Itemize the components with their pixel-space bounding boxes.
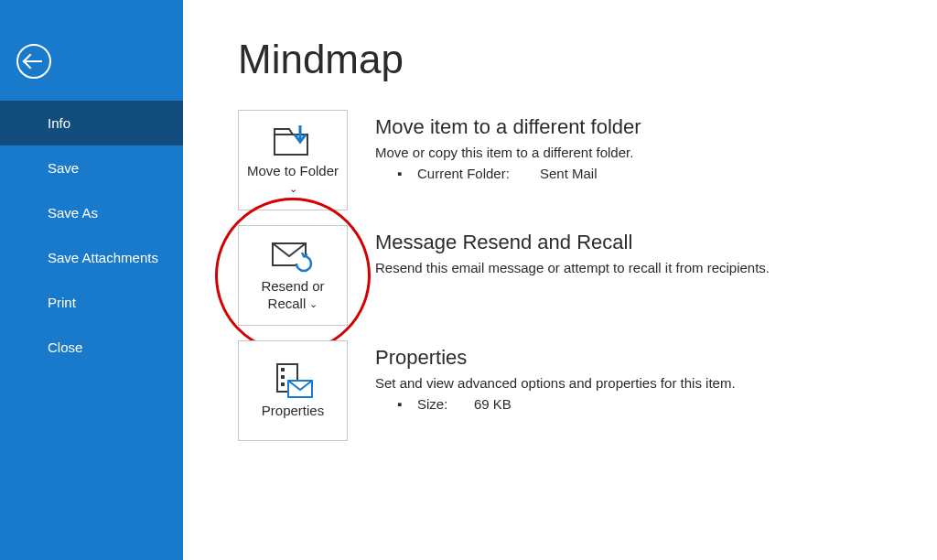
current-folder-row: ▪ Current Folder: Sent Mail <box>375 166 919 181</box>
section-title: Move item to a different folder <box>375 115 919 139</box>
tile-label: Move to Folder ⌄ <box>242 163 343 198</box>
tile-label: Resend or Recall ⌄ <box>242 278 343 313</box>
folder-arrow-icon <box>273 123 313 159</box>
section-desc: Move or copy this item to a different fo… <box>375 145 919 160</box>
nav-item-info[interactable]: Info <box>0 101 183 145</box>
section-title: Properties <box>375 346 919 370</box>
envelope-refresh-icon <box>271 238 315 275</box>
chevron-down-icon: ⌄ <box>309 298 318 309</box>
back-arrow-icon <box>26 60 42 62</box>
nav-list: Info Save Save As Save Attachments Print… <box>0 101 183 370</box>
section-title: Message Resend and Recall <box>375 231 919 254</box>
nav-item-save-attachments[interactable]: Save Attachments <box>0 235 183 280</box>
back-button[interactable] <box>16 44 51 79</box>
properties-icon <box>272 362 314 399</box>
section-properties: Properties Properties Set and view advan… <box>238 340 919 441</box>
backstage-sidebar: Info Save Save As Save Attachments Print… <box>0 0 183 560</box>
resend-recall-button[interactable]: Resend or Recall ⌄ <box>238 225 348 326</box>
tile-label: Properties <box>262 403 324 420</box>
section-resend: Resend or Recall ⌄ Message Resend and Re… <box>238 225 919 326</box>
section-desc: Set and view advanced options and proper… <box>375 375 919 391</box>
move-to-folder-button[interactable]: Move to Folder ⌄ <box>238 110 348 210</box>
chevron-down-icon: ⌄ <box>289 183 297 194</box>
page-title: Mindmap <box>238 37 919 82</box>
svg-rect-7 <box>281 382 285 386</box>
nav-item-save-as[interactable]: Save As <box>0 190 183 235</box>
section-move: Move to Folder ⌄ Move item to a differen… <box>238 110 919 210</box>
size-row: ▪ Size: 69 KB <box>375 396 919 412</box>
section-desc: Resend this email message or attempt to … <box>375 260 919 275</box>
nav-item-close[interactable]: Close <box>0 325 183 370</box>
nav-item-print[interactable]: Print <box>0 280 183 325</box>
svg-rect-5 <box>281 368 285 372</box>
nav-item-save[interactable]: Save <box>0 145 183 190</box>
svg-rect-6 <box>281 375 285 379</box>
properties-button[interactable]: Properties <box>238 340 348 441</box>
main-panel: Mindmap Move to Folder ⌄ Move item to a … <box>183 0 937 560</box>
